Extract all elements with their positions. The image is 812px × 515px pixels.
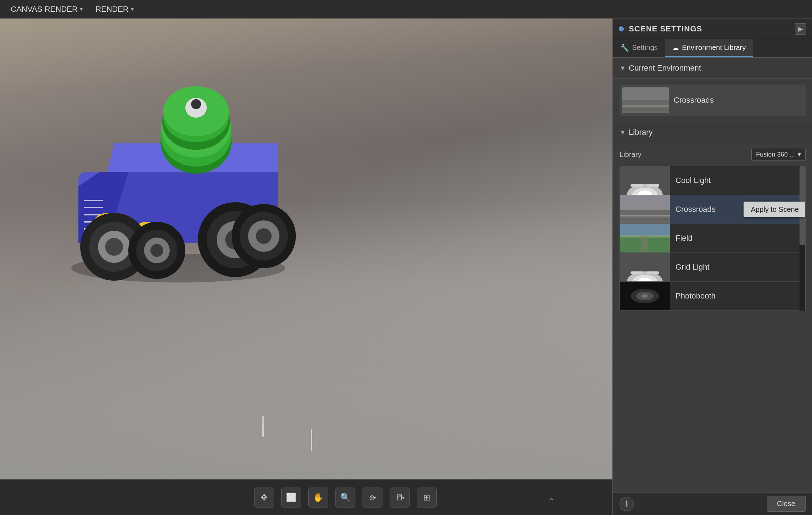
library-dropdown-arrow: ▾ (798, 151, 801, 158)
cool-light-name: Cool Light (670, 176, 805, 185)
scene-settings-panel: SCENE SETTINGS ▶ 🔧 Settings ☁ Environmen… (612, 19, 812, 515)
pan-icon: ✋ (313, 493, 324, 503)
svg-rect-68 (641, 236, 648, 253)
current-env-name: Crossroads (674, 96, 714, 105)
svg-rect-63 (620, 219, 670, 220)
collapse-icon: ▶ (798, 25, 803, 33)
panel-collapse-button[interactable]: ▶ (795, 23, 806, 35)
lib-item-crossroads[interactable]: Crossroads Apply to Scene (620, 195, 805, 224)
library-dropdown-value: Fusion 360 ... (756, 151, 795, 158)
library-scrollbar-track[interactable] (800, 166, 805, 311)
zoom-window-icon: 🔍 (340, 493, 351, 503)
svg-rect-73 (631, 271, 643, 274)
current-env-arrow: ▼ (620, 65, 626, 72)
current-env-title: Current Environment (629, 63, 701, 73)
svg-rect-59 (647, 184, 659, 187)
current-environment-section-header[interactable]: ▼ Current Environment (613, 58, 812, 79)
svg-point-78 (641, 294, 648, 298)
svg-rect-52 (622, 105, 669, 107)
library-arrow: ▼ (620, 129, 626, 136)
frame-button[interactable]: ⬜ (281, 488, 301, 508)
close-button[interactable]: Close (767, 496, 806, 512)
environment-tab-label: Environment Library (682, 44, 746, 52)
library-content: Library Fusion 360 ... ▾ (613, 143, 812, 316)
road-stripe-2 (311, 429, 312, 451)
close-label: Close (777, 500, 795, 508)
display-button[interactable]: 🖥 ▾ (390, 488, 410, 508)
svg-point-25 (105, 238, 123, 256)
panel-dot (619, 26, 624, 31)
info-icon: ℹ (625, 499, 628, 509)
apply-to-scene-context-menu[interactable]: Apply to Scene (744, 202, 806, 217)
library-items-list: Cool Light Crossroads (620, 166, 806, 311)
display-arrow: ▾ (402, 495, 405, 500)
svg-rect-58 (631, 184, 643, 187)
lib-item-grid-light[interactable]: Grid Light (620, 253, 805, 282)
apply-to-scene-label: Apply to Scene (751, 205, 799, 213)
photobooth-name: Photobooth (670, 291, 805, 301)
zoom-fit-arrow: ▾ (374, 495, 376, 500)
library-filter-row: Library Fusion 360 ... ▾ (620, 148, 806, 161)
grid-icon: ⊞ (423, 493, 430, 503)
library-section-header[interactable]: ▼ Library (613, 122, 812, 143)
field-name: Field (670, 234, 805, 243)
lib-item-photobooth[interactable]: Photobooth (620, 282, 805, 311)
info-button[interactable]: ℹ (620, 497, 634, 511)
crossroads-thumbnail (620, 195, 670, 224)
svg-rect-53 (622, 109, 669, 110)
car-svg (29, 61, 349, 304)
library-section-title: Library (629, 128, 653, 137)
frame-icon: ⬜ (286, 493, 297, 503)
photobooth-thumbnail (620, 282, 670, 310)
library-filter-label: Library (620, 151, 641, 159)
render-label: RENDER (96, 5, 129, 14)
grid-button[interactable]: ⊞ (417, 488, 437, 508)
lib-item-cool-light[interactable]: Cool Light (620, 166, 805, 195)
settings-tab-icon: 🔧 (620, 44, 629, 52)
viewport[interactable]: ⌂ LEFT Z Y X (0, 19, 691, 479)
panel-footer: ℹ Close (613, 492, 812, 515)
cool-light-thumbnail (620, 166, 670, 195)
svg-point-33 (256, 228, 272, 244)
current-env-thumbnail (622, 87, 669, 113)
canvas-render-label: CANVAS RENDER (11, 5, 78, 14)
bottom-toolbar: ✥ ⬜ ✋ 🔍 ⊕ ▾ 🖥 ▾ ⊞ ⌃ (0, 479, 691, 515)
current-environment-content: Crossroads (613, 79, 812, 122)
tab-environment-library[interactable]: ☁ Environment Library (665, 39, 753, 57)
field-thumbnail (620, 224, 670, 253)
car-model (29, 61, 349, 304)
tab-settings[interactable]: 🔧 Settings (613, 39, 665, 57)
zoom-fit-button[interactable]: ⊕ ▾ (363, 488, 382, 508)
svg-rect-74 (647, 271, 659, 274)
svg-point-37 (150, 244, 163, 257)
panel-title: SCENE SETTINGS (629, 24, 702, 34)
canvas-render-arrow: ▾ (80, 6, 83, 12)
tab-bar: 🔧 Settings ☁ Environment Library (613, 39, 812, 58)
grid-light-name: Grid Light (670, 262, 805, 272)
lib-item-field[interactable]: Field (620, 224, 805, 253)
current-env-item[interactable]: Crossroads (620, 85, 806, 116)
menu-bar: CANVAS RENDER ▾ RENDER ▾ (0, 0, 812, 19)
svg-point-21 (191, 99, 201, 109)
library-dropdown[interactable]: Fusion 360 ... ▾ (751, 148, 806, 161)
cursor-indicator: ⌃ (547, 496, 555, 508)
svg-rect-64 (620, 209, 670, 210)
settings-tab-label: Settings (632, 44, 658, 52)
svg-rect-62 (620, 215, 670, 216)
panel-content: ▼ Current Environment Crossroads ▼ Libra… (613, 58, 812, 492)
panel-header: SCENE SETTINGS ▶ (613, 19, 812, 39)
pan-button[interactable]: ✋ (308, 488, 328, 508)
canvas-render-menu[interactable]: CANVAS RENDER ▾ (6, 2, 88, 16)
render-arrow: ▾ (131, 6, 134, 12)
transform-button[interactable]: ✥ (254, 488, 274, 508)
grid-light-thumbnail (620, 253, 670, 281)
render-menu[interactable]: RENDER ▾ (91, 2, 139, 16)
zoom-window-button[interactable]: 🔍 (335, 488, 355, 508)
transform-icon: ✥ (261, 493, 268, 503)
environment-tab-icon: ☁ (672, 44, 679, 52)
